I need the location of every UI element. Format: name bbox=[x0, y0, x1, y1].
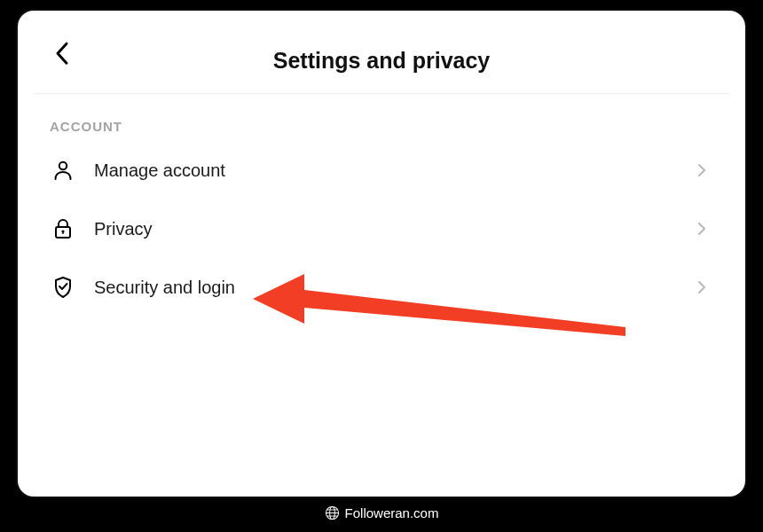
chevron-left-icon bbox=[55, 42, 69, 65]
chevron-right-icon bbox=[697, 222, 712, 236]
person-icon bbox=[51, 159, 75, 182]
page-title: Settings and privacy bbox=[34, 48, 729, 74]
device-frame: Settings and privacy ACCOUNT Manage acco… bbox=[18, 11, 745, 497]
list-item-label: Security and login bbox=[94, 278, 697, 298]
lock-icon bbox=[51, 217, 75, 240]
list-item-label: Manage account bbox=[94, 160, 697, 181]
back-button[interactable] bbox=[50, 41, 75, 66]
svg-rect-3 bbox=[62, 231, 63, 234]
page-header: Settings and privacy bbox=[34, 18, 729, 94]
watermark: Followeran.com bbox=[325, 505, 439, 520]
chevron-right-icon bbox=[697, 163, 712, 177]
list-item-privacy[interactable]: Privacy bbox=[37, 200, 726, 258]
section-label-account: ACCOUNT bbox=[34, 94, 729, 141]
shield-check-icon bbox=[51, 276, 75, 299]
globe-icon bbox=[325, 505, 340, 520]
list-item-manage-account[interactable]: Manage account bbox=[37, 141, 726, 200]
svg-point-0 bbox=[59, 162, 67, 169]
settings-list: Manage account Privacy bbox=[34, 141, 729, 317]
list-item-label: Privacy bbox=[94, 219, 697, 239]
watermark-text: Followeran.com bbox=[345, 505, 439, 520]
chevron-right-icon bbox=[697, 280, 712, 294]
list-item-security[interactable]: Security and login bbox=[37, 258, 726, 317]
